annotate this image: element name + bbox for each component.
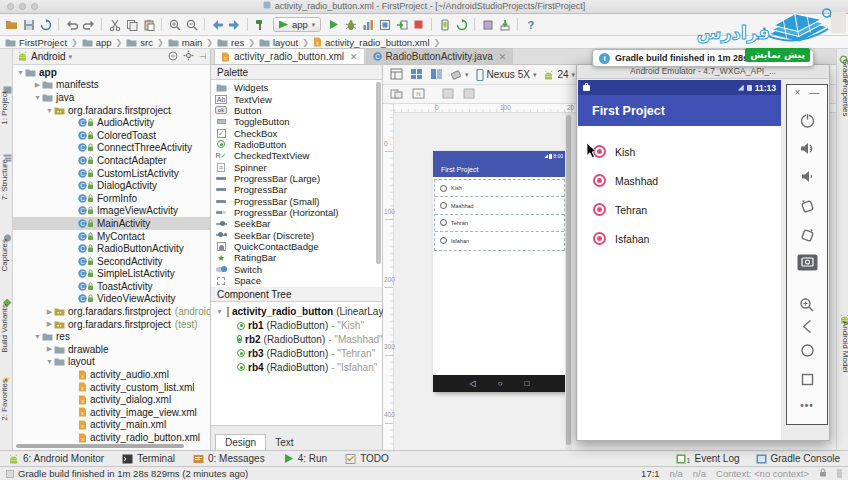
volume-up-icon[interactable] [787, 141, 827, 156]
save-all-icon[interactable] [20, 16, 37, 34]
tree-item[interactable]: ▼layout [13, 356, 210, 369]
power-icon[interactable] [787, 112, 827, 129]
breadcrumb-item[interactable]: FirstProject [5, 37, 67, 48]
preview-radio-row[interactable]: Mashhad [435, 197, 564, 214]
tree-item[interactable]: CContactAdapter [13, 154, 210, 167]
run-icon[interactable] [325, 16, 342, 34]
emulator-screen[interactable]: 11:13 First Project KishMashhadTehranIsf… [578, 80, 781, 440]
project-view-header[interactable]: Android ▾ ⊣ [13, 49, 210, 65]
variants-icon[interactable] [390, 68, 403, 82]
ui-mode-icon[interactable]: N [412, 85, 425, 103]
emulator-minimize[interactable]: — [809, 87, 819, 98]
breadcrumb-item[interactable]: src [126, 37, 153, 48]
project-view-selector[interactable]: Android [31, 51, 65, 62]
radio-checked-icon[interactable] [593, 203, 606, 216]
volume-down-icon[interactable] [787, 169, 827, 184]
home-icon[interactable] [787, 343, 827, 358]
rotate-left-icon[interactable] [787, 198, 827, 215]
hide-panel-icon[interactable]: ⊣ [199, 52, 206, 61]
tool-button-6androidmonitor[interactable]: 6: Android Monitor [8, 453, 104, 464]
tree-item[interactable]: ▼java [13, 91, 210, 104]
debug-icon[interactable] [342, 16, 359, 34]
tool-button-todo[interactable]: TODO [345, 453, 389, 464]
zoom-in-canvas-icon[interactable] [463, 85, 475, 103]
palette-item[interactable]: R✓CheckedTextView [215, 150, 382, 161]
overview-icon[interactable] [787, 372, 827, 387]
lock-icon[interactable] [819, 468, 827, 479]
palette-item[interactable]: ProgressBar (Large) [215, 173, 382, 184]
gradle-sync-icon[interactable] [453, 16, 470, 34]
tree-item[interactable]: ▼res [13, 330, 210, 343]
tree-item[interactable]: xactivity_radio_button.xml [13, 431, 210, 444]
redo-icon[interactable] [80, 16, 97, 34]
palette-item[interactable]: Switch [215, 264, 382, 275]
tool-button-eventlog[interactable]: 1Event Log [676, 453, 740, 464]
cut-icon[interactable] [106, 16, 123, 34]
tree-item[interactable]: ▶org.faradars.firstproject(test) [13, 318, 210, 331]
collapse-icon[interactable] [168, 51, 178, 63]
stop-icon[interactable] [410, 16, 427, 34]
blueprint-mode-icon[interactable] [430, 68, 443, 82]
api-selector[interactable]: 24▾ [543, 69, 575, 80]
radio-checked-icon[interactable] [593, 174, 606, 187]
palette-item[interactable]: QuickContactBadge [215, 241, 382, 252]
palette-item[interactable]: SeekBar (Discrete) [215, 229, 382, 240]
tree-item[interactable]: ▶org.faradars.firstproject(androidTe [13, 305, 210, 318]
palette-item[interactable]: ★RatingBar [215, 252, 382, 263]
caret-position[interactable]: 17:1 [641, 468, 660, 479]
tree-item[interactable]: ▼app [13, 66, 210, 79]
editor-tab[interactable]: CRadioButtonActivity.java✕ [366, 48, 514, 64]
avd-manager-icon[interactable] [436, 16, 453, 34]
eraser-icon[interactable]: ▾ [450, 69, 469, 81]
tree-item[interactable]: CSecondActivity [13, 255, 210, 268]
component-tree-item[interactable]: rb2(RadioButton)- "Mashhad" [215, 333, 382, 347]
tool-button-gradleconsole[interactable]: Gradle Console [756, 453, 840, 464]
back-icon[interactable] [787, 319, 827, 334]
tool-button-4run[interactable]: 4: Run [283, 453, 327, 464]
build-hammer-icon[interactable] [252, 16, 269, 34]
zoom-out-canvas-icon[interactable] [442, 85, 454, 103]
captures-icon[interactable] [479, 16, 496, 34]
tree-item[interactable]: CToastActivity [13, 280, 210, 293]
sdk-manager-icon[interactable] [496, 16, 513, 34]
mode-tab-design[interactable]: Design [215, 434, 266, 450]
tree-item[interactable]: CVideoViewActivity [13, 293, 210, 306]
radio-checked-icon[interactable] [593, 232, 606, 245]
preview-radio-row[interactable]: Kish [435, 180, 564, 197]
gradle-notification[interactable]: i Gradle build finished in 1m 28s 829m [592, 49, 814, 67]
profile-icon[interactable] [359, 16, 376, 34]
tree-item[interactable]: CCustomListActivity [13, 167, 210, 180]
palette-item[interactable]: ProgressBar (Small) [215, 195, 382, 206]
design-preview-phone[interactable]: First Project 8:00 KishMashhadTehranIsfa… [433, 151, 566, 392]
tool-strip-captures[interactable]: Captures [0, 239, 13, 271]
tree-item[interactable]: xactivity_image_view.xml [13, 406, 210, 419]
tool-strip-properties[interactable]: Properties [838, 80, 848, 116]
emulator-radio-row[interactable]: Kish [593, 145, 635, 158]
component-tree-item[interactable]: rb3(RadioButton)- "Tehran" [215, 346, 382, 360]
component-tree-item[interactable]: rb1(RadioButton)- "Kish" [215, 319, 382, 333]
palette-item[interactable]: AbTextView [215, 93, 382, 104]
component-tree-item[interactable]: rb4(RadioButton)- "Isfahan" [215, 360, 382, 374]
help-icon[interactable]: ? [522, 16, 539, 34]
editor-tab[interactable]: xactivity_radio_button.xml✕ [214, 48, 365, 64]
mode-tab-text[interactable]: Text [266, 434, 302, 450]
tree-item[interactable]: CConnectThreeActivity [13, 142, 210, 155]
palette-item[interactable]: RadioButton [215, 139, 382, 150]
tool-strip-2favorites[interactable]: 2: Favorites [0, 379, 13, 421]
open-project-icon[interactable] [3, 16, 20, 34]
tree-item[interactable]: CMyContact [13, 230, 210, 243]
palette-item[interactable]: SeekBar [215, 218, 382, 229]
paste-icon[interactable] [140, 16, 157, 34]
orientation-icon[interactable] [390, 85, 403, 103]
tool-strip-1project[interactable]: 1: Project [0, 91, 13, 125]
undo-icon[interactable] [63, 16, 80, 34]
tree-item[interactable]: xactivity_main.xml [13, 419, 210, 432]
tree-item[interactable]: ▶manifests [13, 79, 210, 92]
emulator-radio-row[interactable]: Tehran [593, 203, 647, 216]
back-icon[interactable] [209, 16, 226, 34]
device-selector[interactable]: Nexus 5X▾ [476, 69, 537, 81]
copy-icon[interactable] [123, 16, 140, 34]
tree-item[interactable]: CFormInfo [13, 192, 210, 205]
run-config-selector[interactable]: app▾ [273, 17, 321, 32]
tool-strip-androidmodel[interactable]: Android Model [838, 321, 848, 373]
